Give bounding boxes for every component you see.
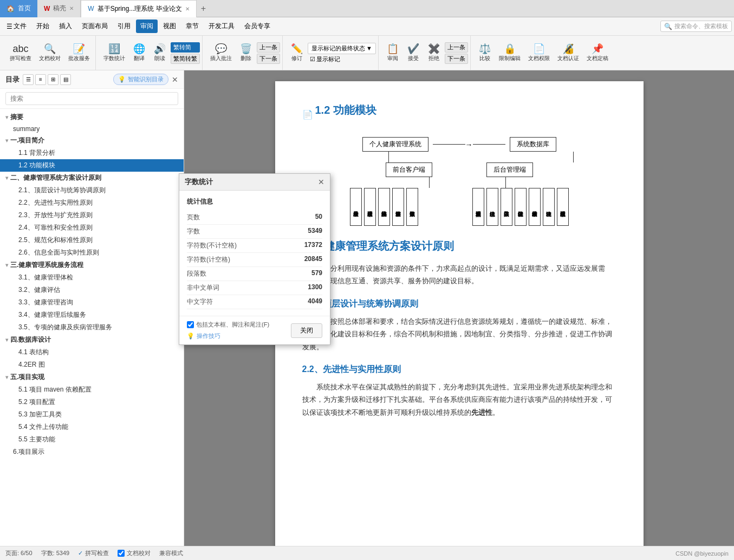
spellcheck-button[interactable]: abc 拼写检查 (7, 42, 35, 64)
toc-item[interactable]: 3.2、健康评估 (0, 284, 184, 296)
next-comment-button[interactable]: 下一条 (257, 54, 280, 64)
tab-wps-close[interactable]: ✕ (69, 5, 74, 11)
menu-member[interactable]: 会员专享 (240, 19, 275, 33)
menu-chapter[interactable]: 章节 (181, 19, 203, 33)
dialog-close-button[interactable]: ✕ (318, 178, 324, 186)
doc-compare-checkbox[interactable] (118, 550, 125, 557)
insert-comment-button[interactable]: 💬 插入批注 (207, 42, 235, 64)
toc-item[interactable]: ▾一.项目简介 (0, 134, 184, 147)
tab-add[interactable]: + (197, 4, 210, 14)
menu-start[interactable]: 开始 (32, 19, 54, 33)
review-pane-button[interactable]: 📋 审阅 (383, 42, 402, 64)
word-count-button[interactable]: 🔢 字数统计 (100, 42, 128, 64)
menu-devtools[interactable]: 开发工具 (204, 19, 239, 33)
toc-item[interactable]: summary (0, 123, 184, 134)
simp-to-trad-label: 繁简转繁 (173, 55, 197, 63)
toc-item[interactable]: 5.3 加密工具类 (0, 408, 184, 421)
menu-insert[interactable]: 插入 (55, 19, 76, 33)
toc-item[interactable]: 4.1 表结构 (0, 346, 184, 359)
menu-search-placeholder: 搜索命令、搜索模板 (674, 22, 728, 30)
toc-item[interactable]: 3.5、专项的健康及疾病管理服务 (0, 321, 184, 334)
prev-change-button[interactable]: 上一条 (445, 42, 468, 53)
doc-auth-icon: 🔏 (562, 44, 574, 54)
doc-page-icon: 📄 (302, 109, 313, 120)
tip-button[interactable]: 💡 操作技巧 (187, 332, 269, 340)
toc-item[interactable]: 2.3、开放性与扩充性原则 (0, 209, 184, 222)
toc-item[interactable]: ▾五.项目实现 (0, 371, 184, 383)
toc-item-label: 5.3 加密工具类 (18, 410, 62, 419)
tab-wps[interactable]: W 稿壳 ✕ (37, 0, 81, 17)
toc-item[interactable]: 5.1 项目 maven 依赖配置 (0, 383, 184, 396)
menu-review[interactable]: 审阅 (136, 19, 158, 33)
word-count-status: 字数: 5349 (41, 549, 70, 557)
translate-button[interactable]: 🌐 翻译 (129, 42, 149, 64)
stat-label: 字符数(计空格) (187, 255, 230, 264)
toc-item[interactable]: 1.1 背景分析 (0, 147, 184, 159)
include-textbox-checkbox[interactable]: 包括文本框、脚注和尾注(F) (187, 321, 269, 329)
toc-item[interactable]: 4.2ER 图 (0, 359, 184, 371)
toc-item[interactable]: 3.1、健康管理体检 (0, 271, 184, 284)
toc-item[interactable]: 6.项目展示 (0, 446, 184, 458)
toc-item[interactable]: ▾四.数据库设计 (0, 334, 184, 346)
frontend-module-box: 健康评估查调模块 (392, 188, 404, 226)
menu-bar: ☰ 文件 开始 插入 页面布局 引用 审阅 视图 章节 开发工具 会员专享 🔍 … (0, 17, 734, 36)
toc-item[interactable]: 2.6、信息全面与实时性原则 (0, 246, 184, 259)
toc-expand-icon: ▾ (5, 138, 8, 144)
toc-item-label: 2.4、可靠性和安全性原则 (18, 223, 93, 232)
toc-item[interactable]: 3.4、健康管理后续服务 (0, 309, 184, 321)
sidebar-view-icon-2[interactable]: ≡ (35, 74, 46, 85)
trad-to-simp-button[interactable]: 繁转简 (171, 42, 200, 53)
toc-item[interactable]: ▾三.健康管理系统服务流程 (0, 259, 184, 271)
menu-view[interactable]: 视图 (159, 19, 180, 33)
doc-fix-button[interactable]: 📌 文档定稿 (583, 42, 612, 64)
doc-auth-button[interactable]: 🔏 文档认证 (554, 42, 582, 64)
reject-button[interactable]: ✖️ 拒绝 (424, 42, 444, 64)
read-aloud-button[interactable]: 🔊 朗读 (150, 42, 170, 64)
toc-search-input[interactable] (5, 92, 178, 105)
tab-doc-close[interactable]: ✕ (185, 6, 190, 12)
track-changes-button[interactable]: ✏️ 修订 (287, 42, 307, 64)
delete-button[interactable]: 🗑️ 删除 (236, 42, 256, 64)
doc-permissions-button[interactable]: 📄 文档权限 (525, 42, 553, 64)
toc-item-label: 四.数据库设计 (10, 335, 51, 344)
next-change-button[interactable]: 下一条 (445, 54, 468, 64)
menu-layout[interactable]: 页面布局 (77, 19, 112, 33)
prev-change-label: 上一条 (447, 43, 465, 51)
doc-compare-button[interactable]: 🔍 文档校对 (36, 42, 64, 64)
toc-item[interactable]: 2.5、规范化和标准性原则 (0, 234, 184, 246)
menu-file[interactable]: ☰ 文件 (2, 19, 31, 33)
toc-item[interactable]: 2.1、顶层设计与统筹协调原则 (0, 184, 184, 197)
toc-item[interactable]: 5.4 文件上传功能 (0, 421, 184, 433)
tab-doc[interactable]: W 基于Spring...理系统 毕业论文 ✕ (81, 0, 196, 17)
include-textbox-input[interactable] (187, 321, 194, 328)
toc-item[interactable]: 2.2、先进性与实用性原则 (0, 197, 184, 209)
track-icon: ✏️ (291, 44, 303, 54)
close-button[interactable]: 关闭 (291, 323, 322, 338)
toc-item[interactable]: 3.3、健康管理咨询 (0, 296, 184, 309)
simp-to-trad-button[interactable]: 繁简转繁 (171, 54, 200, 64)
batch-service-button[interactable]: 📝 批改服务 (65, 42, 93, 64)
tab-home[interactable]: 🏠 首页 (0, 0, 37, 17)
restrict-edit-button[interactable]: 🔒 限制编辑 (496, 42, 524, 64)
smart-toc-button[interactable]: 💡 智能识别目录 (113, 74, 168, 85)
stat-value: 4049 (308, 297, 322, 307)
stat-row: 中文字符4049 (187, 295, 322, 309)
toc-item-label: summary (13, 125, 40, 133)
toc-item[interactable]: ▾二、健康管理系统方案设计原则 (0, 172, 184, 184)
menu-search-box[interactable]: 🔍 搜索命令、搜索模板 (660, 21, 732, 32)
smart-icon: 💡 (118, 76, 126, 83)
sidebar-view-icon-1[interactable]: ☰ (23, 74, 34, 85)
sidebar-view-icon-4[interactable]: ▤ (60, 74, 71, 85)
accept-button[interactable]: ✔️ 接受 (404, 42, 423, 64)
compare-button[interactable]: ⚖️ 比较 (475, 42, 495, 64)
toc-item[interactable]: ▾摘要 (0, 111, 184, 123)
toc-item[interactable]: 5.5 主要功能 (0, 433, 184, 446)
toc-item[interactable]: 2.4、可靠性和安全性原则 (0, 222, 184, 234)
toc-item[interactable]: 5.2 项目配置 (0, 396, 184, 408)
show-markup-state-dropdown[interactable]: 显示标记的最终状态 ▼ (308, 43, 376, 54)
toc-item[interactable]: 1.2 功能模块 (0, 159, 184, 172)
sidebar-close-button[interactable]: ✕ (172, 75, 178, 84)
menu-reference[interactable]: 引用 (113, 19, 135, 33)
sidebar-view-icon-3[interactable]: ⊞ (48, 74, 59, 85)
prev-comment-button[interactable]: 上一条 (257, 42, 280, 53)
